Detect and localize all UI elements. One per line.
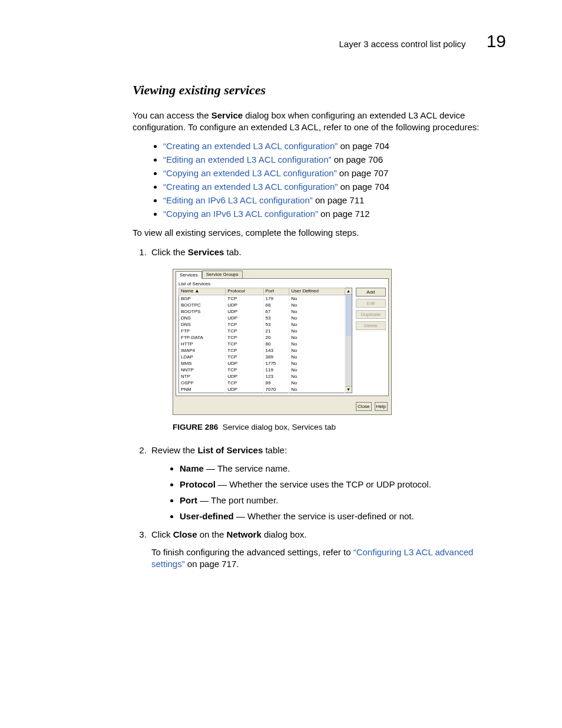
table-row[interactable]: NTPUDP123No — [179, 373, 345, 380]
xref-link[interactable]: “Editing an IPv6 L3 ACL configuration” — [163, 195, 313, 205]
table-row[interactable]: HTTPTCP80No — [179, 341, 345, 347]
tab-services[interactable]: Services — [176, 271, 202, 279]
running-header: Layer 3 access control list policy 19 — [133, 32, 506, 50]
xref-link[interactable]: “Creating an extended L3 ACL configurati… — [163, 182, 338, 192]
list-of-services-label: List of Services — [178, 282, 386, 287]
page: Layer 3 access control list policy 19 Vi… — [0, 0, 562, 728]
step-1: Click the Services tab. Services Service… — [149, 246, 506, 433]
procedure-link-item: “Creating an extended L3 ACL configurati… — [163, 182, 506, 192]
procedure-link-item: “Editing an extended L3 ACL configuratio… — [163, 154, 506, 164]
xref-link[interactable]: “Creating an extended L3 ACL configurati… — [163, 141, 338, 151]
table-row[interactable]: PNMUDP7070No — [179, 386, 345, 393]
delete-button[interactable]: Delete — [356, 321, 386, 330]
add-button[interactable]: Add — [356, 288, 386, 297]
table-row[interactable]: OSPFTCP89No — [179, 380, 345, 386]
step-3: Click Close on the Network dialog box. T… — [149, 528, 506, 571]
header-title: Layer 3 access control list policy — [133, 39, 487, 49]
col-userdef[interactable]: User Defined — [289, 288, 345, 295]
scroll-down-icon[interactable]: ▼ — [345, 386, 352, 393]
table-row[interactable]: FTP-DATATCP20No — [179, 334, 345, 341]
table-row[interactable]: BOOTPSUDP67No — [179, 308, 345, 315]
dialog-tabs: Services Service Groups — [173, 269, 391, 278]
procedure-link-item: “Creating an extended L3 ACL configurati… — [163, 141, 506, 151]
table-row[interactable]: BGPTCP179No — [179, 295, 345, 302]
table-row[interactable]: MMSUDP1775No — [179, 360, 345, 367]
table-row[interactable]: LDAPTCP389No — [179, 354, 345, 360]
procedure-link-item: “Editing an IPv6 L3 ACL configuration” o… — [163, 195, 506, 205]
section-heading: Viewing existing services — [133, 83, 506, 98]
table-row[interactable]: BOOTPCUDP68No — [179, 302, 345, 308]
procedure-link-list: “Creating an extended L3 ACL configurati… — [133, 141, 506, 219]
step3-followup: To finish configuring the advanced setti… — [151, 546, 506, 571]
close-button[interactable]: Close — [356, 402, 371, 411]
intro-paragraph: You can access the Service dialog box wh… — [133, 110, 506, 134]
scroll-up-icon[interactable]: ▲ — [345, 288, 352, 295]
review-item: Port — The port number. — [180, 494, 506, 506]
xref-link[interactable]: “Editing an extended L3 ACL configuratio… — [163, 154, 331, 164]
review-list: Name — The service name.Protocol — Wheth… — [151, 462, 506, 522]
dialog-bottom-buttons: Close Help — [173, 398, 391, 414]
table-row[interactable]: DNSTCP53No — [179, 321, 345, 328]
table-row[interactable]: IMAP4TCP143No — [179, 347, 345, 354]
chapter-number: 19 — [487, 32, 506, 50]
dialog-side-buttons: Add Edit Duplicate Delete — [356, 288, 386, 330]
lead-in: To view all existing services, complete … — [133, 227, 506, 239]
scrollbar[interactable]: ▲ ▼ — [345, 288, 352, 393]
service-dialog: Services Service Groups List of Services… — [173, 269, 392, 415]
review-item: Name — The service name. — [180, 462, 506, 475]
duplicate-button[interactable]: Duplicate — [356, 310, 386, 319]
col-protocol[interactable]: Protocol — [226, 288, 263, 295]
steps-list: Click the Services tab. Services Service… — [133, 246, 506, 571]
edit-button[interactable]: Edit — [356, 299, 386, 308]
review-item: User-defined — Whether the service is us… — [180, 510, 506, 522]
table-row[interactable]: DNSUDP53No — [179, 315, 345, 321]
col-port[interactable]: Port — [263, 288, 289, 295]
xref-link[interactable]: “Copying an IPv6 L3 ACL configuration” — [163, 209, 318, 219]
help-button[interactable]: Help — [375, 402, 388, 411]
table-row[interactable]: NNTPTCP119No — [179, 367, 345, 373]
tab-service-groups[interactable]: Service Groups — [202, 271, 243, 278]
xref-link[interactable]: “Copying an extended L3 ACL configuratio… — [163, 168, 337, 178]
review-item: Protocol — Whether the service uses the … — [180, 478, 506, 490]
figure-wrapper: Services Service Groups List of Services… — [173, 269, 391, 433]
procedure-link-item: “Copying an IPv6 L3 ACL configuration” o… — [163, 209, 506, 219]
step-2: Review the List of Services table: Name … — [149, 444, 506, 522]
services-table: Name ▲ Protocol Port User Defined BGPTCP… — [178, 288, 345, 393]
scroll-thumb[interactable] — [346, 295, 352, 336]
dialog-body: List of Services Name ▲ Protocol Port Us… — [176, 278, 389, 397]
procedure-link-item: “Copying an extended L3 ACL configuratio… — [163, 168, 506, 178]
col-name[interactable]: Name ▲ — [179, 288, 226, 295]
figure-caption: FIGURE 286 Service dialog box, Services … — [173, 422, 391, 433]
table-row[interactable]: FTPTCP21No — [179, 328, 345, 334]
